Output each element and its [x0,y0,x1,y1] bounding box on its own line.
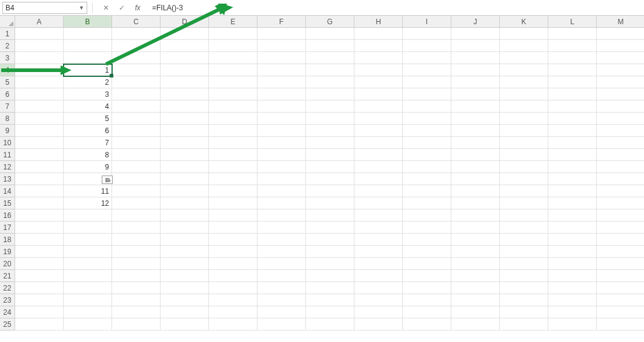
cell-I19[interactable] [403,246,451,258]
cell-D15[interactable] [161,197,209,209]
cell-L6[interactable] [548,88,597,100]
cell-J24[interactable] [451,306,500,318]
cell-G15[interactable] [306,197,354,209]
row-header-21[interactable]: 21 [0,270,15,282]
cell-D22[interactable] [161,282,209,294]
cell-F13[interactable] [257,173,306,185]
cell-J16[interactable] [451,209,500,222]
cell-G4[interactable] [306,64,354,76]
cell-G19[interactable] [306,246,354,258]
cell-C25[interactable] [112,318,161,330]
cell-M9[interactable] [597,125,644,137]
column-header-B[interactable]: B [64,16,112,28]
cell-I5[interactable] [403,76,451,88]
cell-E20[interactable] [209,258,257,270]
cell-D11[interactable] [161,149,209,161]
cell-K23[interactable] [500,294,548,306]
cell-F14[interactable] [257,185,306,197]
cell-H22[interactable] [354,282,403,294]
cell-M8[interactable] [597,113,644,125]
row-header-6[interactable]: 6 [0,88,15,100]
column-header-E[interactable]: E [209,16,257,28]
cell-J25[interactable] [451,318,500,330]
cell-K7[interactable] [500,100,548,113]
cell-E21[interactable] [209,270,257,282]
cell-L4[interactable] [548,64,597,76]
cell-L15[interactable] [548,197,597,209]
column-header-C[interactable]: C [112,16,161,28]
cell-H15[interactable] [354,197,403,209]
cell-C13[interactable] [112,173,161,185]
cell-F6[interactable] [257,88,306,100]
cell-L3[interactable] [548,52,597,64]
cell-D17[interactable] [161,222,209,234]
cell-H9[interactable] [354,125,403,137]
cell-H17[interactable] [354,222,403,234]
column-header-A[interactable]: A [15,16,64,28]
row-header-3[interactable]: 3 [0,52,15,64]
cell-D6[interactable] [161,88,209,100]
row-header-12[interactable]: 12 [0,161,15,173]
cell-E2[interactable] [209,40,257,52]
row-header-18[interactable]: 18 [0,234,15,246]
cell-I23[interactable] [403,294,451,306]
cell-L18[interactable] [548,234,597,246]
cell-H20[interactable] [354,258,403,270]
column-header-H[interactable]: H [354,16,403,28]
cell-E18[interactable] [209,234,257,246]
enter-button[interactable]: ✓ [117,3,127,13]
row-header-20[interactable]: 20 [0,258,15,270]
cell-I21[interactable] [403,270,451,282]
row-header-13[interactable]: 13 [0,173,15,185]
cell-F7[interactable] [257,100,306,113]
row-header-23[interactable]: 23 [0,294,15,306]
cell-H13[interactable] [354,173,403,185]
cell-M20[interactable] [597,258,644,270]
column-header-M[interactable]: M [597,16,644,28]
row-header-9[interactable]: 9 [0,125,15,137]
cell-A8[interactable] [15,113,64,125]
cell-G24[interactable] [306,306,354,318]
cell-M17[interactable] [597,222,644,234]
cell-G14[interactable] [306,185,354,197]
cell-J3[interactable] [451,52,500,64]
cell-L2[interactable] [548,40,597,52]
cell-E24[interactable] [209,306,257,318]
cell-H19[interactable] [354,246,403,258]
cell-B14[interactable]: 11 [64,185,112,197]
cell-K19[interactable] [500,246,548,258]
cell-A25[interactable] [15,318,64,330]
cell-F21[interactable] [257,270,306,282]
cell-G1[interactable] [306,28,354,40]
cell-C22[interactable] [112,282,161,294]
cell-F17[interactable] [257,222,306,234]
cell-G11[interactable] [306,149,354,161]
cell-C11[interactable] [112,149,161,161]
column-header-D[interactable]: D [161,16,209,28]
formula-input[interactable] [148,2,642,14]
cell-A22[interactable] [15,282,64,294]
cell-G17[interactable] [306,222,354,234]
row-header-5[interactable]: 5 [0,76,15,88]
cell-I4[interactable] [403,64,451,76]
cell-E3[interactable] [209,52,257,64]
cell-K22[interactable] [500,282,548,294]
cell-F20[interactable] [257,258,306,270]
cell-H10[interactable] [354,137,403,149]
cell-D5[interactable] [161,76,209,88]
row-header-24[interactable]: 24 [0,306,15,318]
cell-B9[interactable]: 6 [64,125,112,137]
cell-I10[interactable] [403,137,451,149]
cell-K10[interactable] [500,137,548,149]
cell-C23[interactable] [112,294,161,306]
cell-E25[interactable] [209,318,257,330]
cell-E9[interactable] [209,125,257,137]
cell-M1[interactable] [597,28,644,40]
cell-A1[interactable] [15,28,64,40]
cell-B18[interactable] [64,234,112,246]
cell-A12[interactable] [15,161,64,173]
cell-A4[interactable] [15,64,64,76]
cell-D12[interactable] [161,161,209,173]
cell-C15[interactable] [112,197,161,209]
cancel-button[interactable]: ✕ [101,3,111,13]
